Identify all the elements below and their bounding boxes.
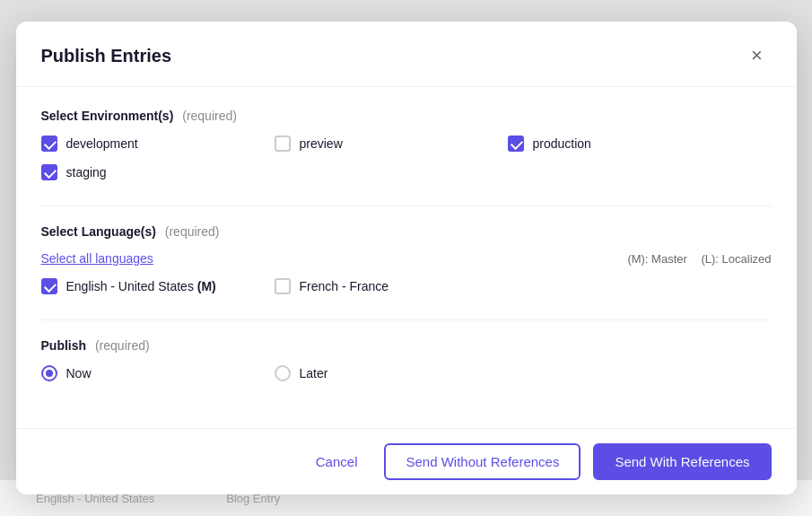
divider-1 [41, 206, 772, 206]
cancel-button[interactable]: Cancel [301, 445, 372, 478]
publish-now-label: Now [66, 366, 92, 380]
lang-french-france-checkbox[interactable] [275, 278, 291, 294]
languages-section: Select Language(s) (required) Select all… [41, 224, 772, 294]
env-preview-label: preview [300, 136, 343, 151]
publish-section-title: Publish (required) [41, 338, 772, 353]
modal-header: Publish Entries × [16, 22, 797, 87]
modal-title: Publish Entries [41, 46, 172, 66]
lang-french-france-item[interactable]: French - France [275, 278, 508, 294]
environments-section: Select Environment(s) (required) develop… [41, 109, 772, 180]
publish-later-item[interactable]: Later [275, 365, 508, 381]
env-production-checkbox[interactable] [508, 136, 524, 152]
environments-checkbox-group: development preview production staging [41, 136, 772, 180]
env-production-item[interactable]: production [508, 136, 741, 152]
env-development-checkbox[interactable] [41, 136, 57, 152]
env-development-label: development [66, 136, 138, 151]
env-development-item[interactable]: development [41, 136, 275, 152]
publish-radio-group: Now Later [41, 365, 772, 381]
env-staging-checkbox[interactable] [41, 164, 57, 180]
localized-legend: (L): Localized [701, 252, 771, 266]
lang-french-france-label: French - France [300, 279, 389, 293]
publish-later-radio[interactable] [275, 365, 291, 381]
modal-footer: Cancel Send Without References Send With… [16, 428, 797, 494]
publish-section: Publish (required) Now Later [41, 338, 772, 381]
close-button[interactable]: × [743, 41, 772, 70]
lang-english-us-checkbox[interactable] [41, 278, 57, 294]
languages-section-title: Select Language(s) (required) [41, 224, 772, 239]
language-header: Select all languages (M): Master (L): Lo… [41, 251, 772, 266]
env-preview-item[interactable]: preview [275, 136, 508, 152]
languages-checkbox-group: English - United States (M) French - Fra… [41, 278, 772, 294]
modal-overlay: English - United States Blog Entry Publi… [0, 0, 812, 516]
select-all-languages-button[interactable]: Select all languages [41, 251, 153, 266]
modal-body: Select Environment(s) (required) develop… [16, 87, 797, 428]
lang-english-us-item[interactable]: English - United States (M) [41, 278, 275, 294]
environments-section-title: Select Environment(s) (required) [41, 109, 772, 123]
env-staging-item[interactable]: staging [41, 164, 275, 180]
publish-now-item[interactable]: Now [41, 365, 275, 381]
publish-later-label: Later [300, 366, 328, 380]
env-staging-label: staging [66, 165, 107, 179]
close-icon: × [751, 46, 763, 66]
lang-english-us-label: English - United States (M) [66, 279, 216, 293]
publish-entries-modal: Publish Entries × Select Environment(s) … [16, 22, 797, 494]
env-production-label: production [533, 136, 591, 151]
master-legend: (M): Master [627, 252, 686, 266]
send-with-references-button[interactable]: Send With References [593, 443, 771, 480]
divider-2 [41, 319, 772, 320]
send-without-references-button[interactable]: Send Without References [384, 443, 581, 480]
env-preview-checkbox[interactable] [275, 136, 291, 152]
publish-now-radio[interactable] [41, 365, 57, 381]
language-legend: (M): Master (L): Localized [616, 252, 771, 266]
master-badge: (M) [197, 279, 216, 293]
